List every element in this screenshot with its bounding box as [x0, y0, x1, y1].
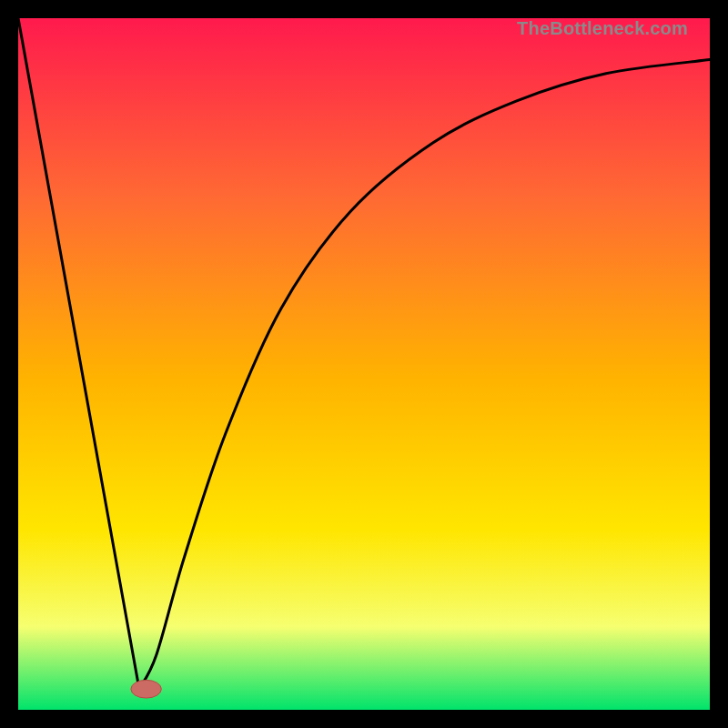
gradient-background: [18, 18, 710, 710]
optimal-point-marker: [131, 680, 161, 698]
chart-frame: TheBottleneck.com: [18, 18, 710, 710]
watermark-label: TheBottleneck.com: [517, 18, 688, 39]
chart-svg: [18, 18, 710, 710]
